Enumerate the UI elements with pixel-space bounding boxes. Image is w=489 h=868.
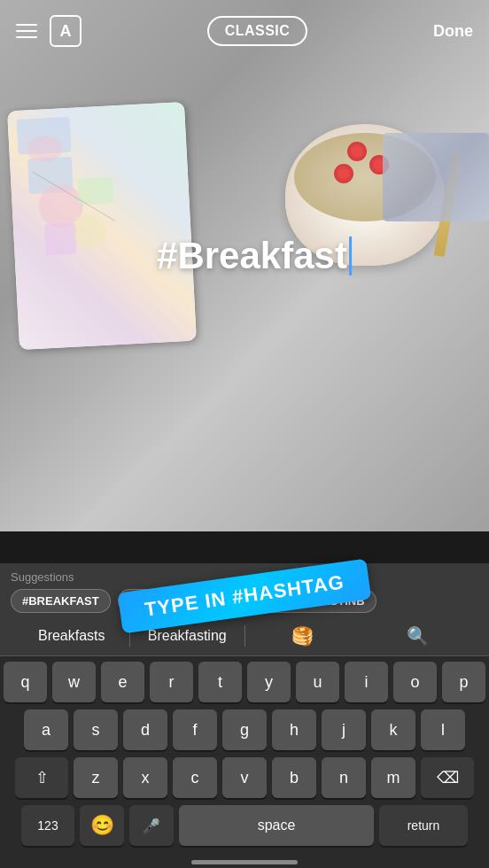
key-row-4: 123 😊 🎤 space return [4, 805, 485, 846]
text-cursor [349, 236, 352, 275]
key-r[interactable]: r [150, 662, 193, 702]
photo-area: #Breakfast [0, 0, 489, 531]
key-return[interactable]: return [379, 805, 468, 846]
key-k[interactable]: k [371, 709, 415, 750]
key-backspace[interactable]: ⌫ [421, 757, 474, 798]
key-row-1: q w e r t y u i o p [4, 662, 485, 702]
tablet-art [23, 149, 136, 269]
key-l[interactable]: l [421, 709, 465, 750]
key-shift[interactable]: ⇧ [15, 757, 68, 798]
key-z[interactable]: z [74, 757, 118, 798]
bottom-bar [0, 856, 489, 868]
key-y[interactable]: y [247, 662, 291, 702]
key-h[interactable]: h [272, 709, 316, 750]
key-u[interactable]: u [296, 662, 339, 702]
key-b[interactable]: b [272, 757, 316, 798]
key-row-3: ⇧ z x c v b n m ⌫ [4, 757, 485, 798]
hamburger-menu[interactable] [16, 24, 37, 38]
word-suggestions: Breakfasts Breakfasting 🥞 🔍 [0, 616, 489, 656]
top-bar: A CLASSIC Done [0, 0, 489, 62]
top-left-controls: A [16, 15, 82, 47]
key-f[interactable]: f [173, 709, 217, 750]
word-emoji-search[interactable]: 🔍 [361, 624, 476, 648]
key-123[interactable]: 123 [21, 805, 74, 846]
key-q[interactable]: q [4, 662, 47, 702]
key-o[interactable]: o [393, 662, 437, 702]
suggestion-chip-breakfast[interactable]: #BREAKFAST [11, 589, 111, 613]
key-i[interactable]: i [345, 662, 388, 702]
text-style-button[interactable]: A [50, 15, 82, 47]
key-x[interactable]: x [123, 757, 167, 798]
tablet-mockup [7, 102, 197, 350]
key-s[interactable]: s [74, 709, 118, 750]
key-row-2: a s d f g h j k l [4, 709, 485, 750]
word-emoji-pancake[interactable]: 🥞 [245, 624, 361, 648]
key-emoji[interactable]: 😊 [80, 805, 124, 846]
key-d[interactable]: d [123, 709, 167, 750]
key-m[interactable]: m [371, 757, 415, 798]
key-p[interactable]: p [442, 662, 485, 702]
key-t[interactable]: t [198, 662, 242, 702]
key-w[interactable]: w [52, 662, 96, 702]
napkin [383, 133, 489, 221]
classic-button[interactable]: CLASSIC [207, 16, 308, 46]
key-n[interactable]: n [322, 757, 366, 798]
home-indicator [191, 860, 298, 864]
text-style-label: A [60, 22, 72, 41]
keyboard-keys: q w e r t y u i o p a s d f g h j k l ⇧ … [0, 656, 489, 856]
berry-3 [334, 164, 353, 183]
svg-rect-2 [77, 176, 114, 205]
key-space[interactable]: space [179, 805, 374, 846]
svg-rect-4 [44, 223, 77, 256]
key-g[interactable]: g [222, 709, 267, 750]
key-j[interactable]: j [322, 709, 366, 750]
done-button[interactable]: Done [433, 22, 473, 41]
photo-background: #Breakfast [0, 0, 489, 531]
key-microphone[interactable]: 🎤 [129, 805, 174, 846]
word-breakfasts[interactable]: Breakfasts [14, 626, 129, 646]
key-a[interactable]: a [24, 709, 68, 750]
tablet-content [7, 102, 197, 350]
berry-1 [347, 142, 367, 161]
hashtag-content: #Breakfast [157, 235, 347, 277]
key-e[interactable]: e [101, 662, 144, 702]
key-v[interactable]: v [222, 757, 267, 798]
hashtag-overlay[interactable]: #Breakfast [157, 235, 352, 277]
key-c[interactable]: c [173, 757, 217, 798]
